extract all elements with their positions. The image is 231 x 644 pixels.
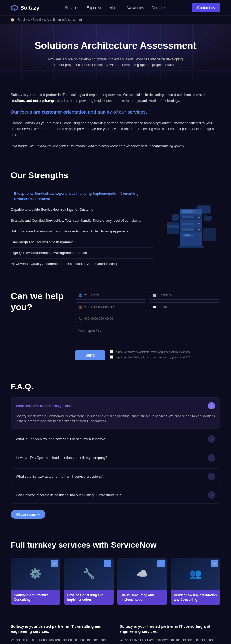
svg-rect-23 (178, 246, 204, 248)
form-row-1: 👤 🏢 (75, 291, 220, 300)
strengths-section: Our Strengths Exceptional ServiceNow exp… (0, 162, 231, 280)
trust-col-2: Softazy is your trusted partner in IT co… (120, 624, 220, 644)
service-card-arrow-4[interactable]: ↗ (211, 560, 218, 567)
nav-contacts[interactable]: Contacts (152, 6, 166, 10)
email-field-wrapper: ✉️ (149, 302, 220, 311)
consent2-label[interactable]: I agree to allow Softazy to store and pr… (110, 355, 220, 359)
intro-lead: Softazy is your trusted partner in IT co… (11, 92, 220, 104)
faq-answer-1: Softazy specializes in ServiceNow develo… (11, 414, 220, 428)
consent2-checkbox[interactable] (110, 355, 113, 359)
svg-rect-13 (182, 216, 194, 218)
strength-item-2: Capable to provide ServiceNow trainings … (11, 204, 153, 215)
service-card-label-3: Cloud Consulting and implementation (117, 590, 167, 605)
nav-about[interactable]: About (110, 6, 120, 10)
service-card-icon-4: 👥 (190, 568, 202, 579)
contact-title: Can we help you? (11, 291, 64, 313)
strengths-list: Exceptional ServiceNow experiences inclu… (11, 188, 153, 269)
svg-point-17 (198, 223, 200, 224)
send-button[interactable]: Send (75, 350, 105, 360)
breadcrumb-current: Solutions Architecture Assessment (33, 18, 82, 22)
trust-col1-body: We specialize in delivering tailored sol… (11, 638, 111, 644)
breadcrumb-services[interactable]: Services (18, 18, 30, 22)
faq-item-4[interactable]: What sets Softazy apart from other IT se… (11, 468, 220, 485)
service-card-arrow-2[interactable]: ↗ (104, 560, 111, 567)
navigation: S Softazy Services Expertise About Vacan… (0, 0, 231, 16)
phone-input[interactable] (84, 317, 125, 321)
role-icon: 💼 (78, 305, 82, 309)
faq-question-2[interactable]: What is ServiceNow, and how can it benef… (11, 431, 220, 447)
svg-rect-10 (182, 210, 192, 213)
services-grid: ↗ ⚙️ Solutions Architecture Consulting ↗… (11, 558, 220, 605)
service-card-image-4: ↗ 👥 (171, 558, 221, 590)
contact-form: 👤 🏢 💼 ✉️ 📞 Send (75, 291, 220, 361)
faq-question-3[interactable]: How can DevOps and cloud solutions benef… (11, 450, 220, 466)
logo[interactable]: S Softazy (11, 4, 39, 11)
svg-text:S: S (14, 7, 15, 9)
form-row-3: 📞 (75, 314, 220, 323)
faq-arrow-2: → (208, 435, 215, 443)
service-card-image-2: ↗ 🔧 (64, 558, 114, 590)
service-card-icon-1: ⚙️ (29, 568, 41, 579)
intro-tagline: Join hands with us and elevate your IT l… (11, 143, 220, 149)
svg-rect-7 (203, 228, 216, 241)
svg-rect-16 (182, 223, 194, 225)
service-card-1[interactable]: ↗ ⚙️ Solutions Architecture Consulting (11, 558, 60, 605)
service-card-2[interactable]: ↗ 🔧 DevOps Consulting and implementation (64, 558, 114, 605)
trust-col-1: Softazy is your trusted partner in IT co… (11, 624, 111, 644)
service-card-icon-3: ☁️ (136, 568, 148, 579)
service-card-image-3: ↗ ☁️ (117, 558, 167, 590)
svg-point-11 (193, 211, 194, 212)
intro-section: Softazy is your trusted partner in IT co… (0, 81, 231, 162)
services-title: Full turnkey services with ServiceNow (11, 540, 220, 550)
faq-arrow-5: → (208, 491, 215, 499)
faq-section: F.A.Q. What services does Softazy offer?… (0, 371, 231, 529)
service-card-3[interactable]: ↗ ☁️ Cloud Consulting and implementation (117, 558, 167, 605)
email-input[interactable] (158, 305, 217, 309)
hero-section: Solutions Architecture Assessment Provid… (0, 24, 231, 81)
svg-rect-25 (203, 215, 212, 221)
svg-rect-24 (172, 214, 179, 221)
nav-services[interactable]: Services (65, 6, 79, 10)
nav-expertise[interactable]: Expertise (87, 6, 102, 10)
contact-us-button[interactable]: Contact us (192, 3, 220, 12)
hero-bg (0, 24, 231, 81)
faq-question-1[interactable]: What services does Softazy offer? ↑ (11, 398, 220, 414)
service-card-arrow-3[interactable]: ↗ (157, 560, 165, 567)
form-row-2: 💼 ✉️ (75, 302, 220, 311)
name-input[interactable] (84, 293, 143, 297)
faq-question-5[interactable]: Can Softazy integrate its solutions into… (11, 487, 220, 503)
faq-item-5[interactable]: Can Softazy integrate its solutions into… (11, 487, 220, 504)
service-card-4[interactable]: ↗ 👥 ServiceNow Implementation and Consul… (171, 558, 221, 605)
phone-icon: 📞 (78, 317, 82, 321)
company-field-wrapper: 🏢 (149, 291, 220, 300)
svg-rect-28 (187, 235, 188, 236)
strengths-illustration (161, 188, 220, 269)
faq-item-1[interactable]: What services does Softazy offer? ↑ Soft… (11, 397, 220, 428)
faq-item-3[interactable]: How can DevOps and cloud solutions benef… (11, 450, 220, 466)
svg-rect-29 (188, 235, 189, 236)
nav-vacancies[interactable]: Vacancies (127, 6, 144, 10)
nav-links: Services Expertise About Vacancies Conta… (65, 5, 166, 10)
faq-arrow-3: → (208, 454, 215, 462)
company-input[interactable] (158, 293, 217, 297)
trust-section: Softazy is your trusted partner in IT co… (0, 616, 231, 644)
service-card-image-1: ↗ ⚙️ (11, 558, 60, 590)
role-input[interactable] (84, 305, 143, 309)
faq-arrow-1: ↑ (208, 402, 215, 409)
trust-col1-title: Softazy is your trusted partner in IT co… (11, 624, 111, 634)
consent1-checkbox[interactable] (110, 350, 113, 353)
breadcrumb-home[interactable]: 🏠 (11, 18, 15, 22)
consent1-label[interactable]: I agree to receive newsletters, offers a… (110, 350, 220, 354)
trust-col2-title: Softazy is your trusted partner in IT co… (120, 624, 220, 634)
faq-item-2[interactable]: What is ServiceNow, and how can it benef… (11, 431, 220, 447)
svg-rect-5 (167, 222, 179, 234)
service-card-arrow-1[interactable]: ↗ (51, 560, 58, 567)
strength-item-7: All-Covering Quality Assurance process i… (11, 259, 153, 270)
question-textarea[interactable] (75, 326, 220, 347)
all-questions-button[interactable]: All questions → (11, 510, 45, 519)
contact-heading: Can we help you? (11, 291, 64, 313)
svg-rect-6 (167, 225, 179, 228)
faq-question-4[interactable]: What sets Softazy apart from other IT se… (11, 469, 220, 485)
logo-icon: S (11, 4, 18, 11)
role-field-wrapper: 💼 (75, 302, 146, 311)
